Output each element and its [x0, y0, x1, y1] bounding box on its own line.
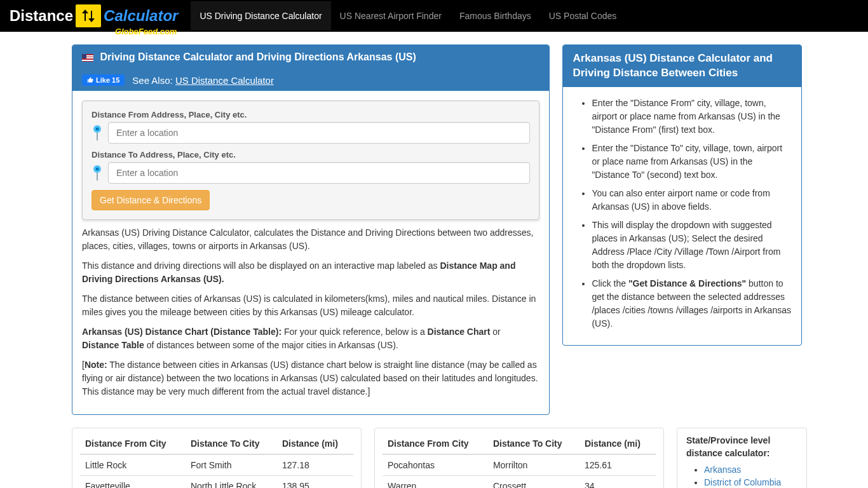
list-item: Enter the "Distance From" city, village,… [592, 97, 791, 137]
state-list: ArkansasDistrict of ColumbiaDelawareFlor… [686, 464, 797, 488]
distance-to-input[interactable] [108, 162, 530, 184]
main-heading: Driving Distance Calculator and Driving … [72, 45, 549, 69]
state-link[interactable]: District of Columbia [704, 477, 781, 487]
navbar: Distance Calculator GlobeFeed.com US Dri… [0, 0, 868, 32]
list-item: District of Columbia [704, 477, 797, 487]
brand-text-1: Distance [10, 7, 73, 25]
see-also: See Also: US Distance Calculator [132, 75, 274, 86]
us-flag-icon [82, 54, 93, 62]
svg-rect-2 [97, 133, 98, 140]
nav-link[interactable]: US Nearest Airport Finder [331, 1, 451, 30]
brand-logo[interactable]: Distance Calculator GlobeFeed.com [10, 4, 178, 27]
brand-text-2: Calculator [104, 7, 178, 25]
page-title: Driving Distance Calculator and Driving … [100, 51, 416, 62]
brand-subtitle: GlobeFeed.com [115, 27, 177, 36]
from-label: Distance From Address, Place, City etc. [92, 110, 530, 119]
list-item: You can also enter airport name or code … [592, 187, 791, 214]
thumbs-up-icon [87, 77, 93, 83]
table-row: Little RockFort Smith127.18 [80, 454, 353, 476]
see-also-link[interactable]: US Distance Calculator [175, 75, 274, 86]
list-item: This will display the dropdown with sugg… [592, 219, 791, 272]
arrows-icon [76, 4, 101, 27]
main-panel: Driving Distance Calculator and Driving … [72, 44, 550, 415]
svg-rect-5 [97, 173, 98, 180]
pin-icon [92, 124, 103, 142]
nav-link[interactable]: US Postal Codes [540, 1, 626, 30]
th-to: Distance To City [488, 433, 580, 454]
nav-link[interactable]: Famous Birthdays [451, 1, 540, 30]
see-also-bar: Like 15 See Also: US Distance Calculator [72, 69, 549, 91]
description: Arkansas (US) Driving Distance Calculato… [82, 226, 539, 398]
nav-link[interactable]: US Driving Distance Calculator [191, 1, 330, 30]
to-label: Distance To Address, Place, City etc. [92, 150, 530, 159]
pin-icon [92, 164, 103, 182]
list-item: Click the "Get Distance & Directions" bu… [592, 277, 791, 330]
svg-point-1 [96, 128, 99, 131]
distance-from-input[interactable] [108, 122, 530, 144]
state-links-panel: State/Province level distance calculator… [677, 428, 807, 488]
state-heading: State/Province level distance calculator… [686, 435, 797, 459]
instructions-heading: Arkansas (US) Distance Calculator and Dr… [563, 45, 801, 87]
distance-table-1: Distance From City Distance To City Dist… [72, 428, 362, 488]
svg-point-4 [96, 168, 99, 171]
table-row: WarrenCrossett34 [383, 476, 656, 489]
get-distance-button[interactable]: Get Distance & Directions [92, 190, 210, 210]
list-item: Enter the "Distance To" city, village, t… [592, 142, 791, 182]
distance-table-2: Distance From City Distance To City Dist… [374, 428, 664, 488]
facebook-like-button[interactable]: Like 15 [82, 74, 125, 86]
th-from: Distance From City [383, 433, 488, 454]
instructions-list: Enter the "Distance From" city, village,… [573, 97, 791, 330]
search-form: Distance From Address, Place, City etc. … [82, 100, 539, 220]
state-link[interactable]: Arkansas [704, 464, 741, 475]
nav-links: US Driving Distance CalculatorUS Nearest… [191, 1, 625, 30]
table-row: FayettevilleNorth Little Rock138.95 [80, 476, 353, 489]
th-dist: Distance (mi) [277, 433, 353, 454]
table-row: PocahontasMorrilton125.61 [383, 454, 656, 476]
th-from: Distance From City [80, 433, 186, 454]
list-item: Arkansas [704, 464, 797, 475]
instructions-panel: Arkansas (US) Distance Calculator and Dr… [562, 44, 801, 346]
th-to: Distance To City [186, 433, 277, 454]
th-dist: Distance (mi) [580, 433, 656, 454]
